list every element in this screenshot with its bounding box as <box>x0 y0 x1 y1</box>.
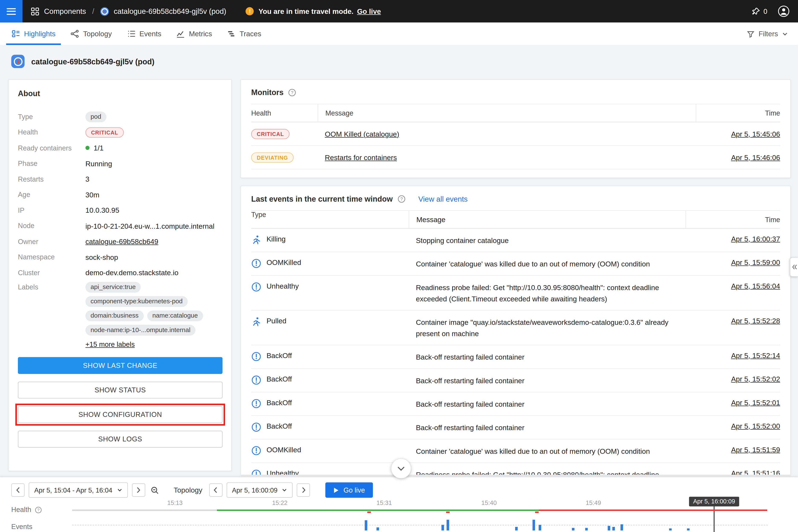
more-labels-link[interactable]: +15 more labels <box>86 340 135 348</box>
event-time-link[interactable]: Apr 5, 15:51:16 <box>731 469 780 475</box>
field-label: Health <box>18 129 86 136</box>
field-value: Running <box>86 159 112 168</box>
right-panel-toggle[interactable] <box>790 257 798 277</box>
breadcrumb-entity[interactable]: catalogue-69b58cb649-gjl5v (pod) <box>114 7 226 15</box>
event-message: Back-off restarting failed container <box>409 375 693 386</box>
svg-text:?: ? <box>291 90 293 95</box>
field-value: sock-shop <box>86 253 118 261</box>
show-status-button[interactable]: SHOW STATUS <box>18 381 223 398</box>
pin-icon <box>752 7 760 15</box>
about-field-type: Typepod <box>18 109 222 125</box>
field-value: 1/1 <box>94 144 103 152</box>
range-next-button[interactable] <box>132 483 145 497</box>
field-label: Phase <box>18 160 86 167</box>
tab-highlights[interactable]: Highlights <box>4 23 63 45</box>
metrics-icon <box>177 30 185 38</box>
event-time-link[interactable]: Apr 5, 15:52:02 <box>731 375 780 383</box>
monitor-health-badge: DEVIATING <box>251 152 293 163</box>
filters-button[interactable]: Filters <box>747 23 798 45</box>
tab-topology[interactable]: Topology <box>63 23 119 45</box>
topology-icon <box>71 30 79 38</box>
label-badge: node-name:ip-10-...ompute.internal <box>86 325 196 335</box>
topology-time-value: Apr 5, 16:00:09 <box>232 486 278 494</box>
alert-icon <box>251 422 261 432</box>
monitor-row: DEVIATINGRestarts for containersApr 5, 1… <box>251 146 780 169</box>
pin-button[interactable]: 0 <box>752 7 767 15</box>
alert-icon <box>251 375 261 385</box>
show-configuration-button[interactable]: SHOW CONFIGURATION <box>18 406 223 423</box>
about-field-node: Nodeip-10-0-21-204.eu-w...1.compute.inte… <box>18 218 222 234</box>
event-time-link[interactable]: Apr 5, 15:52:28 <box>731 316 780 324</box>
owner-link[interactable]: catalogue-69b58cb649 <box>86 238 158 246</box>
tab-events[interactable]: Events <box>119 23 169 45</box>
svg-text:?: ? <box>37 508 40 512</box>
ready-dot <box>86 146 90 150</box>
event-time-link[interactable]: Apr 5, 15:52:00 <box>731 422 780 430</box>
chevron-down-icon <box>117 488 122 493</box>
tabbar: HighlightsTopologyEventsMetricsTraces Fi… <box>0 23 798 45</box>
event-row: BackOffBack-off restarting failed contai… <box>251 416 780 439</box>
components-icon <box>31 7 39 16</box>
range-prev-button[interactable] <box>11 483 24 497</box>
timeline-panel: Apr 5, 15:04 - Apr 5, 16:04 Topology Apr… <box>0 477 798 532</box>
avatar[interactable] <box>778 5 790 18</box>
timeline-tick: 15:13 <box>167 499 183 507</box>
event-time-link[interactable]: Apr 5, 15:52:14 <box>731 351 780 359</box>
help-icon[interactable]: ? <box>397 195 405 203</box>
show-last-change-button[interactable]: SHOW LAST CHANGE <box>18 357 223 374</box>
event-time-link[interactable]: Apr 5, 16:00:37 <box>731 234 780 243</box>
monitors-title: Monitors <box>251 88 284 97</box>
go-live-link[interactable]: Go live <box>357 7 381 15</box>
time-prev-button[interactable] <box>209 483 222 497</box>
topology-time-select[interactable]: Apr 5, 16:00:09 <box>226 482 293 498</box>
go-live-button[interactable]: Go live <box>325 482 373 498</box>
event-message: Readiness probe failed: Get "http://10.0… <box>409 469 693 475</box>
about-field-phase: PhaseRunning <box>18 156 222 171</box>
column-type: Type <box>251 211 408 228</box>
view-all-events-link[interactable]: View all events <box>418 195 468 203</box>
event-time-link[interactable]: Apr 5, 15:59:00 <box>731 258 780 266</box>
pin-count: 0 <box>763 7 767 15</box>
field-value: demo-dev.demo.stackstate.io <box>86 269 178 277</box>
monitors-panel: Monitors ? Health Message Time CRITICALO… <box>241 79 791 178</box>
health-segment <box>538 509 767 511</box>
show-logs-button[interactable]: SHOW LOGS <box>18 431 223 448</box>
event-time-link[interactable]: Apr 5, 15:51:59 <box>731 445 780 453</box>
zoom-out-button[interactable] <box>148 483 162 497</box>
health-notch <box>535 512 538 513</box>
expand-events-button[interactable] <box>391 459 411 478</box>
help-icon[interactable]: ? <box>35 506 42 513</box>
time-next-button[interactable] <box>297 483 310 497</box>
event-type: BackOff <box>266 351 292 359</box>
about-field-ready-containers: Ready containers1/1 <box>18 140 222 156</box>
monitor-message-link[interactable]: OOM Killed (catalogue) <box>325 130 399 138</box>
timeline-tick: 15:22 <box>272 499 287 507</box>
field-label: Ready containers <box>18 144 86 152</box>
event-bar <box>446 520 449 530</box>
event-row: BackOffBack-off restarting failed contai… <box>251 345 780 369</box>
timeline-cursor-line[interactable] <box>714 506 715 532</box>
play-icon <box>334 487 339 493</box>
monitor-time-link[interactable]: Apr 5, 15:46:06 <box>731 153 780 162</box>
tab-metrics[interactable]: Metrics <box>169 23 220 45</box>
svg-text:?: ? <box>400 196 403 202</box>
event-time-link[interactable]: Apr 5, 15:52:01 <box>731 398 780 406</box>
type-badge: pod <box>86 112 106 122</box>
monitor-time-link[interactable]: Apr 5, 15:45:06 <box>731 130 780 138</box>
warning-icon: ! <box>246 7 254 15</box>
event-message: Readiness probe failed: Get "http://10.0… <box>409 282 693 304</box>
event-type: OOMKilled <box>266 258 301 266</box>
breadcrumb-components[interactable]: Components <box>44 7 86 15</box>
monitor-message-link[interactable]: Restarts for containers <box>325 153 397 162</box>
menu-button[interactable] <box>0 0 23 23</box>
event-type: BackOff <box>266 422 292 430</box>
column-health: Health <box>251 104 318 122</box>
event-message: Back-off restarting failed container <box>409 351 693 363</box>
time-range-select[interactable]: Apr 5, 15:04 - Apr 5, 16:04 <box>28 482 128 498</box>
topbar: Components / catalogue-69b58cb649-gjl5v … <box>0 0 798 23</box>
event-row: UnhealthyReadiness probe failed: Get "ht… <box>251 276 780 310</box>
tab-traces[interactable]: Traces <box>220 23 269 45</box>
about-fields: TypepodHealthCRITICALReady containers1/1… <box>18 109 222 281</box>
help-icon[interactable]: ? <box>288 88 296 96</box>
event-time-link[interactable]: Apr 5, 15:56:04 <box>731 282 780 290</box>
